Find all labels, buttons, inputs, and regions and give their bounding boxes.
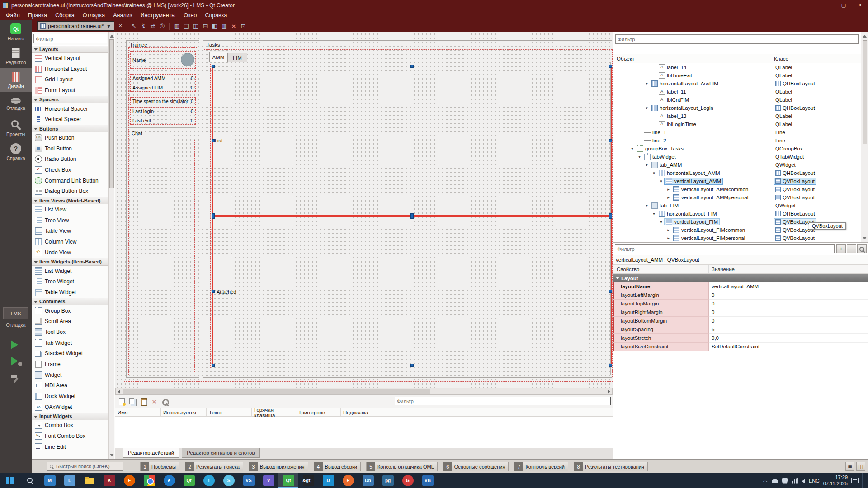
resize-handle[interactable] bbox=[609, 364, 612, 367]
library-icon[interactable]: L bbox=[60, 473, 80, 488]
krita-icon[interactable]: K bbox=[99, 473, 119, 488]
build-button[interactable] bbox=[10, 374, 21, 384]
object-entry[interactable]: tab_AMM bbox=[650, 161, 684, 169]
object-tree-scrollbar[interactable] bbox=[861, 32, 868, 242]
layout-grid-icon[interactable] bbox=[220, 22, 228, 30]
mail-icon[interactable]: M bbox=[40, 473, 60, 488]
tree-expander-icon[interactable]: ▾ bbox=[644, 163, 650, 167]
quick-search[interactable]: Быстрый поиск (Ctrl+K) bbox=[47, 462, 123, 471]
tree-expander-icon[interactable]: ▾ bbox=[644, 81, 650, 86]
object-tree-row[interactable]: ▾horizontalLayout_AssFIMQHBoxLayout bbox=[613, 80, 861, 88]
tree-expander-icon[interactable]: ▾ bbox=[651, 171, 657, 175]
output-pane-button[interactable]: 8Результаты тестирования bbox=[574, 462, 648, 471]
scroll-down-icon[interactable] bbox=[863, 237, 867, 241]
separator-line-1[interactable] bbox=[130, 94, 196, 94]
taskbar-search-button[interactable] bbox=[20, 473, 40, 488]
dbeaver-icon[interactable]: Db bbox=[358, 473, 378, 488]
property-value[interactable]: 0 bbox=[709, 300, 868, 308]
widget-item[interactable]: Column View bbox=[32, 236, 108, 247]
selected-layout-attached[interactable] bbox=[212, 216, 612, 366]
property-row[interactable]: layoutSizeConstraintSetDefaultConstraint bbox=[613, 343, 868, 351]
widget-item[interactable]: Line Edit bbox=[32, 441, 108, 452]
output-pane-button[interactable]: 1Проблемы bbox=[140, 462, 179, 471]
scroll-up-icon[interactable] bbox=[863, 33, 867, 38]
last-exit-value[interactable]: 0 bbox=[191, 118, 193, 123]
chat-list[interactable] bbox=[131, 140, 195, 372]
resize-handle[interactable] bbox=[212, 290, 215, 293]
object-entry[interactable]: verticalLayout_FIMpersonal bbox=[671, 235, 747, 242]
layout-horizontal-icon[interactable] bbox=[172, 22, 181, 30]
output-pane-button[interactable]: 5Консоль отладчика QML bbox=[366, 462, 438, 471]
object-tree-row[interactable]: lblLoginTimeQLabel bbox=[613, 120, 861, 128]
scroll-up-icon[interactable] bbox=[110, 33, 114, 38]
scroll-left-icon[interactable] bbox=[118, 390, 120, 394]
menu-item[interactable]: Файл bbox=[2, 11, 24, 20]
separator-line-2[interactable] bbox=[130, 127, 196, 128]
widget-item[interactable]: Tree View bbox=[32, 215, 108, 226]
widget-item[interactable]: Dock Widget bbox=[32, 391, 108, 402]
telegram-icon[interactable]: T bbox=[199, 473, 219, 488]
object-tree-row[interactable]: ▾horizontalLayout_AMMQHBoxLayout bbox=[613, 169, 861, 177]
scrollbar-thumb[interactable] bbox=[123, 389, 430, 394]
assigned-amm-value[interactable]: 0 bbox=[191, 75, 193, 81]
object-entry[interactable]: lblCntFIM bbox=[657, 96, 691, 103]
network-icon[interactable] bbox=[792, 478, 798, 484]
virtualbox-icon[interactable]: VB bbox=[418, 473, 438, 488]
widget-item[interactable]: Tool Button bbox=[32, 143, 108, 154]
break-layout-icon[interactable] bbox=[229, 22, 238, 30]
gitkraken-icon[interactable]: G bbox=[398, 473, 418, 488]
visual-studio-icon[interactable]: V bbox=[259, 473, 278, 488]
widget-item[interactable]: Tab Widget bbox=[32, 338, 108, 348]
document-tab[interactable]: personalcardtrainee.ui* bbox=[37, 21, 114, 31]
property-value[interactable]: SetDefaultConstraint bbox=[709, 343, 868, 351]
property-value[interactable]: 0 bbox=[709, 291, 868, 300]
tree-expander-icon[interactable]: ▾ bbox=[658, 220, 664, 224]
scrollbar-thumb[interactable] bbox=[109, 39, 114, 188]
edit-tab-order-icon[interactable] bbox=[158, 22, 166, 30]
object-tree-row[interactable]: label_13QLabel bbox=[613, 112, 861, 120]
object-entry[interactable]: tabWidget bbox=[642, 153, 678, 160]
assigned-amm-row[interactable]: Assigned AMM 0 bbox=[130, 74, 196, 82]
terminal-icon[interactable]: &gt;_ bbox=[298, 473, 318, 488]
mode-help[interactable]: Справка bbox=[0, 140, 32, 164]
object-entry[interactable]: horizontalLayout_FIM bbox=[657, 210, 719, 217]
clock[interactable]: 17:29 07.11.2025 bbox=[823, 474, 848, 487]
object-tree-row[interactable]: ▸verticalLayout_AMMpersonalQVBoxLayout bbox=[613, 193, 861, 202]
object-tree-row[interactable]: lblTimeExitQLabel bbox=[613, 71, 861, 80]
close-button[interactable]: ✕ bbox=[852, 0, 868, 10]
widgetbox-category[interactable]: Spacers bbox=[32, 96, 108, 103]
resize-handle[interactable] bbox=[410, 65, 414, 68]
docker-icon[interactable]: D bbox=[318, 473, 338, 488]
attached-label[interactable]: Attached bbox=[217, 289, 236, 295]
widgetbox-scrollbar[interactable] bbox=[108, 32, 114, 459]
object-entry[interactable]: verticalLayout_AMMpersonal bbox=[671, 194, 750, 201]
firefox-icon[interactable]: F bbox=[119, 473, 139, 488]
object-entry[interactable]: horizontalLayout_AssFIM bbox=[650, 80, 720, 87]
tree-expander-icon[interactable]: ▾ bbox=[658, 179, 664, 183]
object-tree-row[interactable]: line_2Line bbox=[613, 136, 861, 145]
widget-item[interactable]: List View bbox=[32, 204, 108, 215]
mode-projects[interactable]: Проекты bbox=[0, 116, 32, 140]
edit-buddies-icon[interactable] bbox=[148, 22, 157, 30]
layout-form-icon[interactable] bbox=[210, 22, 219, 30]
widget-item[interactable]: Frame bbox=[32, 359, 108, 370]
widget-item[interactable]: Form Layout bbox=[32, 85, 108, 96]
hidden-icons-chevron[interactable]: ︿ bbox=[763, 477, 768, 484]
widget-item[interactable]: Undo View bbox=[32, 247, 108, 258]
property-value[interactable]: 0 bbox=[709, 308, 868, 317]
object-tree-row[interactable]: ▾tab_FIMQWidget bbox=[613, 202, 861, 210]
widgetbox-category[interactable]: Containers bbox=[32, 298, 108, 305]
widget-item[interactable]: Grid Layout bbox=[32, 74, 108, 85]
menu-item[interactable]: Инструменты bbox=[136, 11, 179, 20]
widget-item[interactable]: Command Link Button bbox=[32, 175, 108, 186]
object-entry[interactable]: line_1 bbox=[642, 129, 668, 136]
property-value[interactable]: 0 bbox=[709, 317, 868, 325]
resize-handle[interactable] bbox=[609, 290, 612, 293]
layout-section-header[interactable]: Layout bbox=[613, 274, 868, 282]
output-pane-button[interactable]: 3Вывод приложения bbox=[249, 462, 308, 471]
edge-icon[interactable]: e bbox=[159, 473, 179, 488]
property-row[interactable]: layoutTopMargin0 bbox=[613, 300, 868, 308]
menu-item[interactable]: Отладка bbox=[79, 11, 109, 20]
tree-expander-icon[interactable]: ▸ bbox=[665, 195, 671, 200]
layout-vertical-icon[interactable] bbox=[182, 22, 190, 30]
